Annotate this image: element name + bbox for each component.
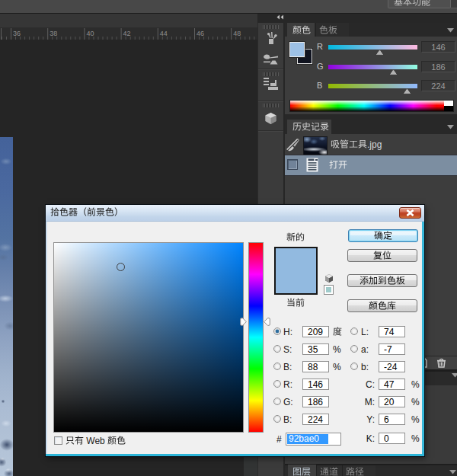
- svg-text:40: 40: [86, 30, 94, 37]
- svg-text:44: 44: [160, 30, 168, 37]
- svg-text:38: 38: [50, 30, 57, 37]
- svg-text:42: 42: [123, 30, 131, 37]
- svg-text:46: 46: [197, 30, 204, 37]
- svg-text:36: 36: [13, 30, 21, 37]
- svg-text:48: 48: [233, 30, 241, 37]
